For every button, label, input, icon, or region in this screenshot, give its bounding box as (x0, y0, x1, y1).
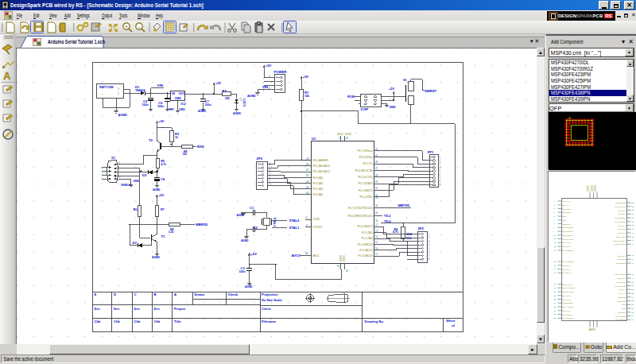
svg-text:P1.6/TA1: P1.6/TA1 (563, 269, 572, 271)
svg-text:10k: 10k (304, 95, 309, 98)
svg-text:P1.2/TA1: P1.2/TA1 (618, 213, 626, 215)
svg-text:-: - (138, 23, 141, 30)
svg-text:ROM: ROM (347, 95, 355, 99)
svg-text:P1.1/TA0: P1.1/TA0 (563, 242, 572, 244)
svg-text:TDO/TDI: TDO/TDI (618, 296, 626, 299)
svg-text:49: 49 (375, 180, 378, 184)
svg-text:P1.3/TBCLK: P1.3/TBCLK (615, 217, 626, 219)
svg-text:DVCC: DVCC (591, 185, 594, 191)
svg-text:17: 17 (375, 253, 378, 256)
svg-text:C8: C8 (161, 177, 165, 181)
svg-text:39: 39 (375, 204, 378, 207)
svg-text:65: 65 (306, 192, 309, 195)
svg-text:P2.6/ADC12: P2.6/ADC12 (563, 306, 575, 308)
svg-text:P1.6/TA1: P1.6/TA1 (618, 228, 626, 230)
svg-text:AGND: AGND (152, 256, 161, 259)
svg-text:4.7k: 4.7k (161, 163, 166, 166)
svg-text:+5V: +5V (266, 64, 272, 68)
svg-text:+: + (125, 23, 129, 30)
svg-text:AVCC: AVCC (313, 254, 320, 258)
svg-text:P6.4 (A4): P6.4 (A4) (313, 182, 324, 185)
svg-text:P5.2/COM1: P5.2/COM1 (563, 234, 574, 237)
svg-text:P5.4/COM3: P5.4/COM3 (615, 316, 626, 318)
svg-text:TMS: TMS (622, 304, 626, 306)
svg-text:P4.7 (UTXD2/TBCLK2): P4.7 (UTXD2/TBCLK2) (348, 207, 373, 210)
svg-text:P1.0/TACLK: P1.0/TACLK (615, 206, 626, 208)
svg-text:P5.4/COM3: P5.4/COM3 (563, 227, 574, 229)
svg-text:D1: D1 (135, 85, 140, 89)
svg-text:15: 15 (375, 241, 378, 244)
svg-text:P2.0/ACLK: P2.0/ACLK (563, 284, 573, 286)
svg-text:2P2: 2P2 (257, 157, 263, 161)
svg-text:GND: GND (175, 97, 181, 100)
svg-text:T2: T2 (149, 138, 153, 142)
svg-text:P5.7 (SVSout): P5.7 (SVSout) (358, 149, 373, 153)
svg-text:TCK: TCK (563, 219, 567, 222)
svg-text:XTAL2: XTAL2 (289, 219, 301, 223)
svg-text:MBRXD: MBRXD (196, 223, 207, 227)
svg-text:AGND: AGND (118, 114, 127, 117)
svg-text:Drawn: Drawn (195, 292, 205, 296)
svg-text:P2.2/CAOUT: P2.2/CAOUT (615, 243, 626, 246)
svg-text:P1.4/SMCLK: P1.4/SMCLK (615, 221, 626, 223)
svg-text:P5.2 (SOMI1): P5.2 (SOMI1) (359, 182, 373, 185)
svg-text:C2: C2 (254, 226, 258, 230)
svg-text:P1.7/TA2: P1.7/TA2 (563, 272, 572, 274)
svg-text:P2.1/TAINCLK: P2.1/TAINCLK (613, 240, 626, 242)
svg-text:P5.6 (SVSin): P5.6 (SVSin) (359, 156, 373, 159)
svg-text:P2.3/TA1: P2.3/TA1 (563, 295, 572, 297)
svg-text:XTAL1: XTAL1 (273, 218, 276, 227)
svg-text:P1.0 (TACLK): P1.0 (TACLK) (359, 254, 373, 258)
svg-text:TDI/TCLK: TDI/TCLK (617, 300, 626, 303)
svg-text:46: 46 (375, 161, 378, 164)
svg-text:Chk: Chk (134, 319, 142, 323)
svg-text:Title: Title (174, 319, 181, 323)
svg-text:Client: Client (262, 307, 271, 311)
svg-text:S1: S1 (403, 79, 407, 82)
svg-text:Drn: Drn (114, 307, 120, 311)
svg-text:DVCC: DVCC (337, 133, 343, 136)
svg-text:POWER: POWER (274, 70, 287, 74)
svg-text:R2: R2 (223, 89, 227, 93)
svg-text:DVSS: DVSS (345, 133, 351, 136)
svg-text:TXL4: TXL4 (384, 220, 390, 223)
svg-text:RXD: RXD (197, 145, 204, 149)
svg-text:+5V: +5V (158, 119, 165, 123)
svg-text:SWRST: SWRST (425, 89, 437, 93)
svg-text:50: 50 (375, 187, 378, 190)
svg-text:Projection: Projection (262, 292, 278, 296)
svg-text:IN: IN (172, 92, 175, 95)
svg-text:P1.5/TA0: P1.5/TA0 (618, 225, 626, 227)
svg-text:of: of (452, 323, 456, 327)
svg-text:Drn: Drn (154, 307, 161, 311)
svg-text:TMS: TMS (563, 215, 568, 218)
svg-text:P5.1 (SIMO1): P5.1 (SIMO1) (359, 189, 373, 192)
svg-text:XT2IN: XT2IN (313, 218, 320, 221)
svg-text:3: 3 (118, 87, 119, 91)
svg-text:AGND: AGND (241, 239, 249, 242)
svg-text:Sheet: Sheet (446, 319, 456, 323)
svg-text:P2.0 (ACLK): P2.0 (ACLK) (359, 249, 373, 252)
svg-text:XT2OUT: XT2OUT (313, 226, 323, 229)
svg-text:P3.1/SIMO0: P3.1/SIMO0 (615, 285, 626, 288)
svg-text:P1.4 (SMCLK): P1.4 (SMCLK) (358, 243, 373, 246)
svg-text:Drawing No.: Drawing No. (365, 319, 384, 323)
svg-text:4: 4 (269, 87, 270, 90)
svg-text:D3: D3 (133, 241, 138, 245)
svg-text:P2.7/TA0: P2.7/TA0 (618, 277, 626, 280)
svg-text:62: 62 (306, 174, 309, 177)
svg-text:AGND: AGND (237, 214, 245, 217)
svg-text:63: 63 (306, 180, 309, 184)
svg-text:Chk: Chk (114, 319, 121, 323)
svg-text:61: 61 (306, 168, 309, 172)
svg-text:P2.5/ROSC: P2.5/ROSC (563, 302, 573, 304)
svg-text:RAPC722M: RAPC722M (99, 86, 114, 89)
svg-text:Filename: Filename (262, 319, 277, 323)
svg-text:XTAL1: XTAL1 (289, 226, 301, 230)
svg-text:AVSS: AVSS (589, 328, 595, 331)
svg-text:12: 12 (375, 223, 378, 227)
svg-text:C1: C1 (250, 206, 254, 210)
svg-text:FP1: FP1 (428, 150, 434, 154)
svg-text:C: C (134, 292, 137, 296)
svg-text:AGND: AGND (233, 112, 242, 115)
